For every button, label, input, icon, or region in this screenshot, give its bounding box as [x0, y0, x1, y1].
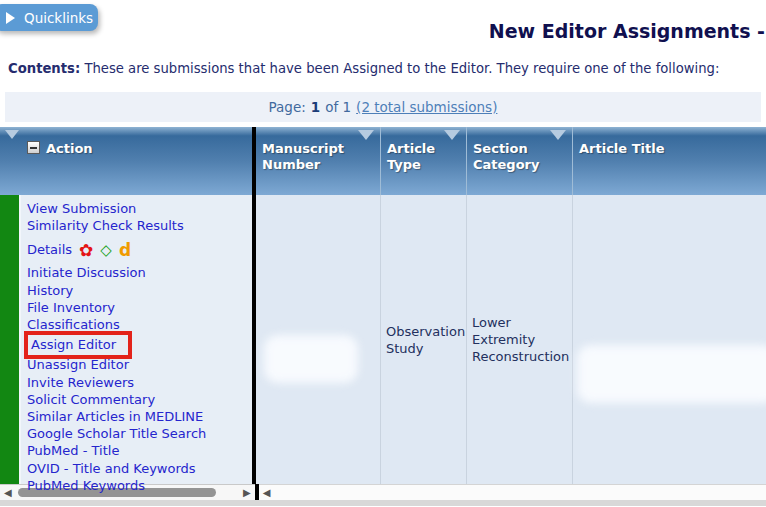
action-link-google-scholar-title-search[interactable]: Google Scholar Title Search	[27, 425, 252, 442]
action-link-solicit-commentary[interactable]: Solicit Commentary	[27, 391, 252, 408]
header-cell-article-title: Article Title	[573, 127, 766, 195]
diamond-icon[interactable]: ◇	[100, 241, 112, 259]
action-link-ovid-title-keywords[interactable]: OVID - Title and Keywords	[27, 460, 252, 477]
article-title-cell	[573, 195, 766, 484]
action-link-similarity-check-results[interactable]: Similarity Check Results	[27, 217, 252, 234]
header-cell-article-type: Article Type	[381, 127, 466, 195]
letter-d-icon[interactable]: d	[119, 241, 131, 259]
arrow-right-icon	[6, 12, 15, 24]
action-links-cell: View Submission Similarity Check Results…	[21, 195, 252, 484]
detail-pane-scrollbar[interactable]: ◀	[259, 484, 766, 500]
quicklinks-button[interactable]: Quicklinks	[0, 4, 98, 31]
column-label-action: Action	[46, 141, 93, 156]
header-cell-marker	[0, 127, 21, 195]
article-type-cell: Observation Study	[381, 195, 466, 484]
column-label-section-category: Section Category	[473, 141, 539, 172]
action-link-initiate-discussion[interactable]: Initiate Discussion	[27, 264, 252, 281]
flower-icon[interactable]: ✿	[79, 241, 93, 259]
action-link-details[interactable]: Details	[27, 241, 72, 259]
action-link-invite-reviewers[interactable]: Invite Reviewers	[27, 374, 252, 391]
action-link-pubmed-keywords[interactable]: PubMed Keywords	[27, 477, 252, 494]
details-line: Details ✿ ◇ d	[27, 241, 252, 259]
manuscript-number-cell	[256, 195, 380, 484]
column-label-article-title: Article Title	[579, 141, 664, 156]
red-annotation-box: Assign Editor	[24, 331, 132, 359]
action-link-assign-editor[interactable]: Assign Editor	[31, 337, 116, 352]
contents-line: Contents: These are submissions that hav…	[8, 61, 766, 76]
header-cell-action: Action	[21, 127, 252, 195]
bottom-edge-band	[0, 500, 766, 506]
header-cell-manuscript-number: Manuscript Number	[256, 127, 380, 195]
article-type-value: Observation Study	[386, 323, 465, 357]
action-link-pubmed-title[interactable]: PubMed - Title	[27, 442, 252, 459]
action-link-history[interactable]: History	[27, 282, 252, 299]
redacted-blob	[264, 335, 358, 383]
sort-arrow-icon[interactable]	[444, 130, 460, 140]
collapse-minus-icon[interactable]	[27, 141, 40, 154]
action-link-file-inventory[interactable]: File Inventory	[27, 299, 252, 316]
redacted-blob	[577, 345, 766, 403]
action-link-similar-articles-medline[interactable]: Similar Articles in MEDLINE	[27, 408, 252, 425]
section-category-cell: Lower Extremity Reconstruction	[467, 195, 572, 484]
pagination-bar: Page: 1 of 1 (2 total submissions)	[5, 92, 761, 122]
row-status-marker	[0, 195, 21, 484]
contents-text: These are submissions that have been Ass…	[80, 61, 719, 76]
scroll-left-arrow-icon[interactable]: ◀	[259, 485, 275, 500]
header-cell-section-category: Section Category	[467, 127, 572, 195]
quicklinks-label: Quicklinks	[24, 10, 93, 26]
scroll-left-arrow-icon[interactable]: ◀	[0, 485, 16, 500]
submissions-table: Action Manuscript Number Article Type Se…	[0, 127, 766, 506]
pagination-of-text: of 1	[325, 99, 351, 115]
table-header-row: Action Manuscript Number Article Type Se…	[0, 127, 766, 195]
sort-arrow-icon[interactable]	[358, 130, 374, 140]
section-category-value: Lower Extremity Reconstruction	[472, 314, 570, 365]
total-submissions-link[interactable]: (2 total submissions)	[356, 99, 497, 115]
column-label-article-type: Article Type	[387, 141, 435, 172]
contents-label: Contents:	[8, 61, 80, 76]
table-row: View Submission Similarity Check Results…	[0, 195, 766, 484]
pagination-current-page: 1	[311, 99, 320, 115]
sort-arrow-icon[interactable]	[5, 130, 19, 139]
column-label-manuscript-number: Manuscript Number	[262, 141, 344, 172]
pagination-label: Page:	[269, 99, 306, 115]
action-link-view-submission[interactable]: View Submission	[27, 200, 252, 217]
sort-arrow-icon[interactable]	[550, 130, 566, 140]
page-title: New Editor Assignments -	[489, 20, 765, 42]
